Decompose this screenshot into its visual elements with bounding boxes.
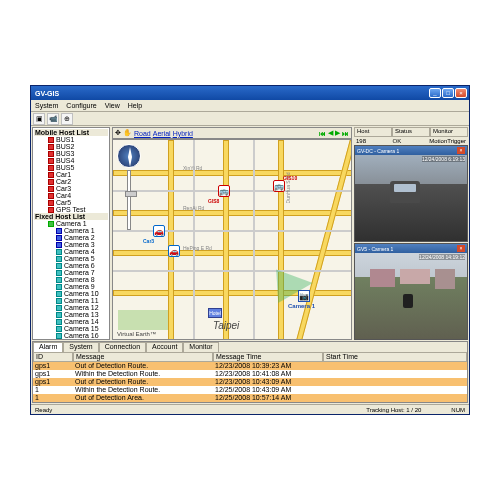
zoom-slider[interactable] (127, 170, 131, 230)
grid-header: ID Message Message Time Start Time (33, 352, 467, 362)
bus-marker[interactable]: 🚌 (273, 180, 285, 192)
tree-item[interactable]: View Map (34, 339, 108, 340)
minimize-button[interactable]: _ (429, 88, 441, 98)
col-monitor[interactable]: Monitor (430, 127, 468, 137)
right-panel: Host Status Monitor 198 OK MotionTrigger… (354, 127, 468, 340)
tree-item[interactable]: Camera 8 (34, 276, 108, 283)
tree-item[interactable]: Camera 12 (34, 304, 108, 311)
alarm-row[interactable]: 1Within the Detection Route.12/25/2008 1… (33, 386, 467, 394)
tree-item[interactable]: Camera 14 (34, 318, 108, 325)
host-button[interactable]: 📹 (47, 113, 59, 125)
maximize-button[interactable]: □ (442, 88, 454, 98)
col-message-time[interactable]: Message Time (213, 352, 323, 362)
tree-label: BUS4 (56, 157, 74, 164)
tree-label: Camera 11 (64, 297, 99, 304)
tree-item[interactable]: Camera 2 (34, 234, 108, 241)
status-icon (56, 326, 62, 332)
tree-item[interactable]: BUS3 (34, 150, 108, 157)
video-close-icon[interactable]: × (457, 147, 465, 154)
hotel-marker[interactable]: Hotel (208, 308, 222, 318)
video-panel-2[interactable]: GV5 - Camera 1 × 12/24/2008 14:19:12 (354, 243, 468, 340)
video-titlebar[interactable]: GV-DC - Camera 1 × (355, 146, 467, 155)
titlebar[interactable]: GV-GIS _ □ × (31, 86, 469, 100)
video-titlebar[interactable]: GV5 - Camera 1 × (355, 244, 467, 253)
nav-next-icon[interactable]: ▶ (335, 129, 340, 137)
alarm-row[interactable]: 1Out of Detection Area.12/25/2008 10:57:… (33, 394, 467, 402)
tree-item[interactable]: BUS4 (34, 157, 108, 164)
tab-account[interactable]: Account (146, 342, 183, 352)
alarm-row[interactable]: gps1Out of Detection Route.12/23/2008 10… (33, 378, 467, 386)
col-id[interactable]: ID (33, 352, 73, 362)
status-icon (56, 249, 62, 255)
cell: Within the Detection Route. (73, 370, 213, 378)
status-icon (48, 165, 54, 171)
fixed-host-header[interactable]: Fixed Host List (34, 213, 108, 220)
tree-item[interactable]: Camera 4 (34, 248, 108, 255)
tab-monitor[interactable]: Monitor (183, 342, 218, 352)
mobile-host-header[interactable]: Mobile Host List (34, 129, 108, 136)
tree-item[interactable]: Camera 6 (34, 262, 108, 269)
tree-item[interactable]: Camera 13 (34, 311, 108, 318)
camera-marker[interactable]: 📷 (298, 290, 310, 302)
tree-item[interactable]: Camera 16 (34, 332, 108, 339)
road (113, 210, 352, 216)
compass-control[interactable] (117, 144, 141, 168)
alarm-row[interactable]: gps1Out of Detection Route.12/23/2008 10… (33, 362, 467, 370)
tree-item[interactable]: BUS1 (34, 136, 108, 143)
car-marker[interactable]: 🚗 (168, 245, 180, 257)
tree-item[interactable]: Camera 5 (34, 255, 108, 262)
grid-body[interactable]: gps1Out of Detection Route.12/23/2008 10… (33, 362, 467, 402)
hand-icon[interactable]: ✋ (123, 129, 132, 137)
menu-help[interactable]: Help (128, 102, 142, 109)
tree-item[interactable]: Camera 9 (34, 283, 108, 290)
tree-item[interactable]: Car5 (34, 199, 108, 206)
tree-item[interactable]: GPS Test (34, 206, 108, 213)
col-status[interactable]: Status (392, 127, 430, 137)
tree-item[interactable]: Camera 15 (34, 325, 108, 332)
close-button[interactable]: × (455, 88, 467, 98)
view-hybrid[interactable]: Hybrid (173, 130, 193, 137)
app-window: GV-GIS _ □ × System Configure View Help … (30, 85, 470, 415)
tree-item[interactable]: Camera 11 (34, 297, 108, 304)
tree-item[interactable]: Camera 3 (34, 241, 108, 248)
tree-item[interactable]: Camera 1 (34, 227, 108, 234)
tree-item[interactable]: BUS2 (34, 143, 108, 150)
track-button[interactable]: ⊕ (61, 113, 73, 125)
tree-item[interactable]: Camera 10 (34, 290, 108, 297)
tree-item[interactable]: Camera 7 (34, 269, 108, 276)
menu-configure[interactable]: Configure (66, 102, 96, 109)
bus-marker[interactable]: 🚌 (218, 185, 230, 197)
menu-system[interactable]: System (35, 102, 58, 109)
cell: 12/23/2008 10:41:08 AM (213, 370, 323, 378)
tab-connection[interactable]: Connection (99, 342, 146, 352)
host-tree[interactable]: Mobile Host List BUS1BUS2BUS3BUS4BUS5Car… (32, 127, 110, 340)
status-icon (56, 333, 62, 339)
nav-last-icon[interactable]: ⏭ (342, 130, 349, 137)
nav-prev-icon[interactable]: ◀ (328, 129, 333, 137)
menu-view[interactable]: View (105, 102, 120, 109)
car-marker[interactable]: 🚗 (153, 225, 165, 237)
tree-item[interactable]: Camera 1 (34, 220, 108, 227)
col-host[interactable]: Host (354, 127, 392, 137)
col-message[interactable]: Message (73, 352, 213, 362)
alarm-row[interactable]: gps1Within the Detection Route.12/23/200… (33, 370, 467, 378)
status-icon (48, 207, 54, 213)
live-button[interactable]: ▣ (33, 113, 45, 125)
view-aerial[interactable]: Aerial (153, 130, 171, 137)
tab-system[interactable]: System (63, 342, 98, 352)
tree-item[interactable]: Car1 (34, 171, 108, 178)
nav-first-icon[interactable]: ⏮ (319, 130, 326, 137)
col-start-time[interactable]: Start Time (323, 352, 467, 362)
map-canvas[interactable]: XinYi Rd RenAi Rd HePing E Rd DunHua S R… (112, 139, 352, 340)
tree-item[interactable]: Car4 (34, 192, 108, 199)
video-panel-1[interactable]: GV-DC - Camera 1 × 12/24/2008 6:19:13 (354, 145, 468, 242)
status-icon (48, 200, 54, 206)
tree-item[interactable]: BUS5 (34, 164, 108, 171)
view-road[interactable]: Road (134, 130, 151, 137)
vehicle-shape (390, 181, 420, 203)
tree-item[interactable]: Car2 (34, 178, 108, 185)
tab-alarm[interactable]: Alarm (33, 342, 63, 352)
video-close-icon[interactable]: × (457, 245, 465, 252)
tree-item[interactable]: Car3 (34, 185, 108, 192)
compass-icon[interactable]: ✥ (115, 129, 121, 137)
